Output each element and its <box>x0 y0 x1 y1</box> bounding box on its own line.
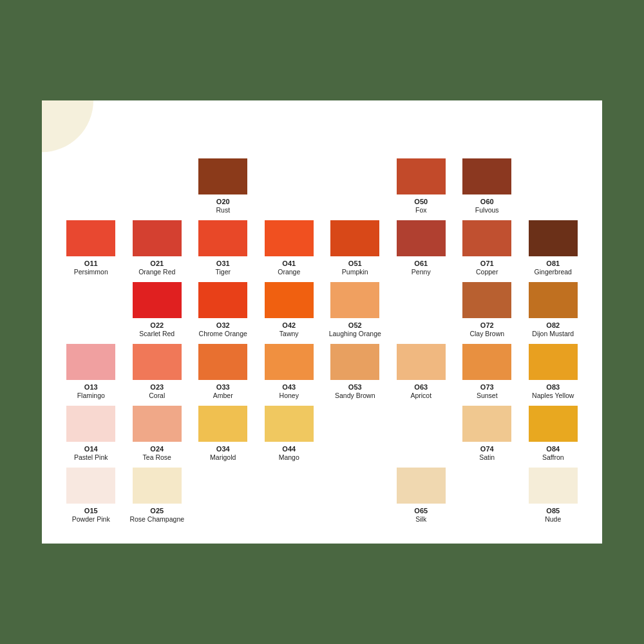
color-swatch-O43 <box>265 344 314 380</box>
color-swatch-O23 <box>133 344 182 380</box>
color-item-O52: O52Laughing Orange <box>325 282 385 339</box>
color-swatch-O74 <box>462 406 511 442</box>
color-name-O51: Pumpkin <box>342 268 368 277</box>
color-name-O84: Saffron <box>542 453 564 462</box>
color-code-O20: O20 <box>216 197 230 206</box>
color-code-O72: O72 <box>480 321 494 330</box>
color-swatch-O65 <box>397 468 446 504</box>
color-swatch-O14 <box>66 406 115 442</box>
color-name-O72: Clay Brown <box>469 330 504 339</box>
color-code-O33: O33 <box>216 383 230 392</box>
color-name-O34: Marigold <box>210 453 236 462</box>
color-name-O33: Amber <box>213 392 233 401</box>
color-item-O42: O42Tawny <box>260 282 319 339</box>
color-swatch-O73 <box>462 344 511 380</box>
color-swatch-O22 <box>133 282 182 318</box>
color-name-O41: Orange <box>278 268 300 277</box>
color-name-O61: Penny <box>412 268 431 277</box>
color-code-O44: O44 <box>282 444 296 453</box>
empty-cell-r0-c3 <box>260 158 319 215</box>
color-code-O31: O31 <box>216 259 230 268</box>
color-code-O50: O50 <box>414 197 428 206</box>
color-swatch-O63 <box>397 344 446 380</box>
color-code-O82: O82 <box>546 321 560 330</box>
color-item-O24: O24Tea Rose <box>128 406 187 462</box>
color-name-O81: Gingerbread <box>535 268 572 277</box>
color-item-O34: O34Marigold <box>193 406 253 462</box>
color-swatch-O81 <box>529 220 578 256</box>
color-swatch-O32 <box>198 282 247 318</box>
color-code-O73: O73 <box>480 383 494 392</box>
empty-cell-r2-c5 <box>392 282 451 339</box>
color-swatch-O71 <box>462 220 511 256</box>
color-name-O50: Fox <box>415 206 427 215</box>
color-swatch-O33 <box>198 344 247 380</box>
empty-cell-r5-c2 <box>193 468 253 524</box>
color-code-O65: O65 <box>414 506 428 515</box>
color-code-O60: O60 <box>480 197 494 206</box>
empty-cell-r4-c5 <box>392 406 451 462</box>
color-code-O63: O63 <box>414 383 428 392</box>
color-code-O32: O32 <box>216 321 230 330</box>
color-swatch-O82 <box>529 282 578 318</box>
color-code-O25: O25 <box>150 506 164 515</box>
color-name-O52: Laughing Orange <box>329 330 381 339</box>
color-name-O42: Tawny <box>279 330 299 339</box>
color-code-O15: O15 <box>84 506 98 515</box>
empty-cell-r0-c0 <box>61 158 121 215</box>
color-code-O24: O24 <box>150 444 164 453</box>
color-code-O22: O22 <box>150 321 164 330</box>
color-code-O11: O11 <box>84 259 98 268</box>
color-name-O21: Orange Red <box>138 268 175 277</box>
color-item-O83: O83Naples Yellow <box>524 344 583 401</box>
empty-cell-r5-c4 <box>325 468 385 524</box>
color-name-O82: Dijon Mustard <box>532 330 574 339</box>
empty-cell-r5-c6 <box>457 468 517 524</box>
color-name-O32: Chrome Orange <box>199 330 247 339</box>
color-item-O20: O20Rust <box>193 158 253 215</box>
color-name-O83: Naples Yellow <box>532 392 574 401</box>
color-item-O63: O63Apricot <box>392 344 451 401</box>
color-name-O71: Copper <box>476 268 498 277</box>
color-code-O42: O42 <box>282 321 296 330</box>
color-name-O24: Tea Rose <box>143 453 171 462</box>
color-code-O34: O34 <box>216 444 230 453</box>
color-name-O25: Rose Champagne <box>129 515 184 524</box>
color-item-O15: O15Powder Pink <box>61 468 121 524</box>
color-swatch-O52 <box>330 282 379 318</box>
color-item-O73: O73Sunset <box>457 344 517 401</box>
color-swatch-O44 <box>265 406 314 442</box>
color-item-O32: O32Chrome Orange <box>193 282 253 339</box>
color-swatch-O15 <box>66 468 115 504</box>
color-name-O22: Scarlet Red <box>139 330 175 339</box>
color-swatch-O60 <box>462 158 511 194</box>
empty-cell-r4-c4 <box>325 406 385 462</box>
color-item-O44: O44Mango <box>260 406 319 462</box>
color-swatch-O41 <box>265 220 314 256</box>
color-item-O23: O23Coral <box>128 344 187 401</box>
empty-cell-r0-c1 <box>128 158 187 215</box>
color-name-O44: Mango <box>279 453 299 462</box>
color-name-O65: Silk <box>415 515 426 524</box>
color-code-O84: O84 <box>546 444 560 453</box>
color-code-O43: O43 <box>282 383 296 392</box>
color-name-O85: Nude <box>545 515 561 524</box>
color-name-O43: Honey <box>279 392 299 401</box>
color-code-O81: O81 <box>546 259 560 268</box>
color-name-O53: Sandy Brown <box>335 392 375 401</box>
color-chart-card: O20RustO50FoxO60FulvousO11PersimmonO21Or… <box>42 100 602 544</box>
color-name-O20: Rust <box>216 206 230 215</box>
color-code-O21: O21 <box>150 259 164 268</box>
color-item-O13: O13Flamingo <box>61 344 121 401</box>
color-swatch-O20 <box>198 158 247 194</box>
color-item-O81: O81Gingerbread <box>524 220 583 277</box>
color-item-O71: O71Copper <box>457 220 517 277</box>
color-code-O13: O13 <box>84 383 98 392</box>
color-swatch-O25 <box>133 468 182 504</box>
color-name-O73: Sunset <box>477 392 498 401</box>
color-swatch-O24 <box>133 406 182 442</box>
color-name-O11: Persimmon <box>74 268 108 277</box>
color-swatch-O83 <box>529 344 578 380</box>
color-swatch-O61 <box>397 220 446 256</box>
empty-cell-r2-c0 <box>61 282 121 339</box>
